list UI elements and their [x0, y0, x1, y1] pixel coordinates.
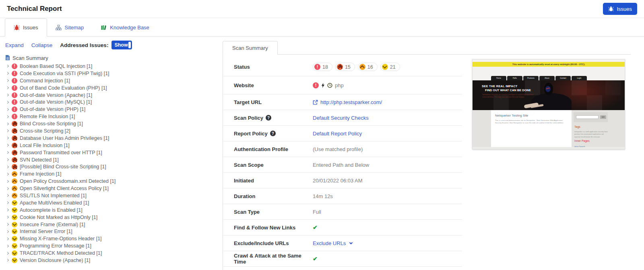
- expand-link[interactable]: Expand: [5, 42, 24, 48]
- chevron-right-icon[interactable]: [6, 173, 9, 176]
- scan-type-label: Scan Type: [223, 209, 313, 215]
- chevron-right-icon[interactable]: [6, 158, 9, 161]
- chevron-right-icon[interactable]: [6, 223, 9, 226]
- tree-item[interactable]: Cookie Not Marked as HttpOnly [1]: [5, 214, 219, 221]
- tree-item[interactable]: SVN Detected [1]: [5, 156, 219, 164]
- chevron-right-icon[interactable]: [6, 230, 9, 233]
- find-follow-links-label: Find & Follow New Links: [223, 225, 313, 231]
- chevron-right-icon[interactable]: [6, 129, 9, 132]
- severity-count-badge[interactable]: 21: [380, 63, 400, 71]
- tree-item[interactable]: Autocomplete is Enabled [1]: [5, 207, 219, 214]
- tree-item[interactable]: Missing X-Frame-Options Header [1]: [5, 235, 219, 242]
- severity-icon: [12, 229, 17, 234]
- tree-item-label: Remote File Inclusion: [20, 114, 68, 119]
- addressed-issues-label: Addressed Issues:: [60, 42, 108, 48]
- tree-item[interactable]: Programming Error Message [1]: [5, 242, 219, 250]
- tree-item[interactable]: Code Execution via SSTI (PHP Twig) [1]: [5, 70, 219, 77]
- tree-item-count: [1]: [110, 178, 116, 184]
- tree-item[interactable]: Version Disclosure (Apache) [1]: [5, 257, 219, 264]
- severity-count: 18: [322, 64, 328, 70]
- severity-icon: [12, 222, 17, 227]
- row-find-follow-links: Find & Follow New Links ✔: [223, 220, 462, 235]
- thumbnail-banner-text: This website is automatically reset at e…: [512, 63, 585, 65]
- tree-item-count: [1]: [83, 200, 89, 206]
- tree-item[interactable]: Open Silverlight Client Access Policy [1…: [5, 185, 219, 192]
- tree-item[interactable]: [Possible] Blind Cross-site Scripting [1…: [5, 163, 219, 170]
- tree-item[interactable]: Remote File Inclusion [1]: [5, 113, 219, 120]
- tree-item[interactable]: Out-of-date Version (MySQL) [1]: [5, 98, 219, 106]
- tree-root-scan-summary[interactable]: Scan Summary: [5, 54, 219, 62]
- chevron-right-icon[interactable]: [6, 237, 9, 240]
- chevron-right-icon[interactable]: [6, 115, 9, 118]
- chevron-right-icon[interactable]: [6, 259, 9, 262]
- tree-item[interactable]: Open Policy Crossdomain.xml Detected [1]: [5, 178, 219, 185]
- chevron-right-icon[interactable]: [6, 180, 9, 183]
- severity-count-badge[interactable]: 18: [313, 63, 332, 71]
- chevron-right-icon[interactable]: [6, 65, 9, 68]
- chevron-right-icon[interactable]: [6, 252, 9, 255]
- row-partial: [223, 267, 462, 270]
- tree-item[interactable]: Insecure Frame (External) [1]: [5, 221, 219, 228]
- tree-item-label: Open Silverlight Client Access Policy: [20, 186, 102, 191]
- tree-item[interactable]: TRACE/TRACK Method Detected [1]: [5, 250, 219, 257]
- bug-icon: [608, 6, 614, 12]
- tree-item[interactable]: SSL/TLS Not Implemented [1]: [5, 192, 219, 199]
- tree-item-count: [1]: [104, 71, 109, 76]
- tree-item[interactable]: Boolean Based SQL Injection [1]: [5, 63, 219, 70]
- chevron-right-icon[interactable]: [6, 108, 9, 111]
- chevron-right-icon[interactable]: [6, 151, 9, 154]
- tree-item[interactable]: Out of Band Code Evaluation (PHP) [1]: [5, 84, 219, 92]
- severity-count-badge[interactable]: 15: [335, 63, 355, 71]
- chevron-right-icon[interactable]: [6, 79, 9, 82]
- row-report-policy: Report Policy? Default Report Policy: [223, 126, 462, 141]
- tree-item[interactable]: Database User Has Admin Privileges [1]: [5, 135, 219, 142]
- chevron-right-icon[interactable]: [6, 86, 9, 89]
- tree-item[interactable]: Password Transmitted over HTTP [1]: [5, 149, 219, 156]
- chevron-right-icon[interactable]: [6, 166, 9, 168]
- duration-label: Duration: [223, 193, 313, 199]
- tree-item[interactable]: Out-of-date Version (Apache) [1]: [5, 92, 219, 99]
- chevron-right-icon[interactable]: [6, 137, 9, 139]
- tree-item-count: [1]: [87, 63, 92, 69]
- chevron-right-icon[interactable]: [6, 101, 9, 104]
- tree-item-count: [1]: [80, 106, 85, 112]
- tab-issues[interactable]: Issues: [5, 18, 47, 37]
- tree-item[interactable]: Apache MultiViews Enabled [1]: [5, 199, 219, 207]
- addressed-issues-toggle[interactable]: Show: [111, 41, 132, 49]
- exclude-urls-link[interactable]: Exclude URLs: [313, 240, 346, 246]
- tree-item[interactable]: Blind Cross-site Scripting [1]: [5, 120, 219, 127]
- target-url-link[interactable]: http://php.testsparker.com/: [320, 99, 382, 105]
- chevron-right-icon[interactable]: [6, 194, 9, 197]
- thumbnail-nav-tab: About: [539, 76, 555, 80]
- scan-summary-tab[interactable]: Scan Summary: [223, 41, 278, 55]
- chevron-right-icon[interactable]: [6, 201, 9, 204]
- tree-item[interactable]: Out-of-date Version (PHP) [1]: [5, 106, 219, 113]
- help-icon[interactable]: ?: [266, 115, 271, 121]
- chevron-right-icon[interactable]: [6, 209, 9, 211]
- severity-count-badge[interactable]: 16: [358, 63, 378, 71]
- chevron-right-icon[interactable]: [6, 72, 9, 75]
- collapse-link[interactable]: Collapse: [31, 42, 53, 48]
- tree-item-label: Version Disclosure (Apache): [20, 258, 83, 263]
- tab-knowledge-base[interactable]: Knowledge Base: [92, 18, 158, 36]
- chevron-right-icon[interactable]: [6, 144, 9, 147]
- issues-button[interactable]: Issues: [603, 3, 637, 15]
- tree-item[interactable]: Cross-site Scripting [2]: [5, 127, 219, 135]
- help-icon[interactable]: ?: [270, 131, 276, 136]
- tab-sitemap[interactable]: Sitemap: [47, 18, 93, 36]
- tree-item[interactable]: Local File Inclusion [1]: [5, 142, 219, 149]
- chevron-down-icon[interactable]: [349, 241, 353, 244]
- chevron-right-icon[interactable]: [6, 94, 9, 96]
- chevron-right-icon[interactable]: [6, 187, 9, 190]
- tree-item[interactable]: Frame Injection [1]: [5, 170, 219, 178]
- scan-summary-table: Status 18 15: [223, 58, 462, 270]
- chevron-right-icon[interactable]: [6, 245, 9, 248]
- tree-item[interactable]: Command Injection [1]: [5, 77, 219, 84]
- website-thumbnail[interactable]: This website is automatically reset at e…: [472, 59, 625, 149]
- tree-item[interactable]: Internal Server Error [1]: [5, 228, 219, 235]
- report-policy-link[interactable]: Default Report Policy: [313, 131, 362, 137]
- tree-toolbar: Expand Collapse Addressed Issues: Show: [5, 41, 132, 49]
- chevron-right-icon[interactable]: [6, 123, 9, 125]
- chevron-right-icon[interactable]: [6, 216, 9, 219]
- scan-policy-link[interactable]: Default Security Checks: [313, 115, 369, 121]
